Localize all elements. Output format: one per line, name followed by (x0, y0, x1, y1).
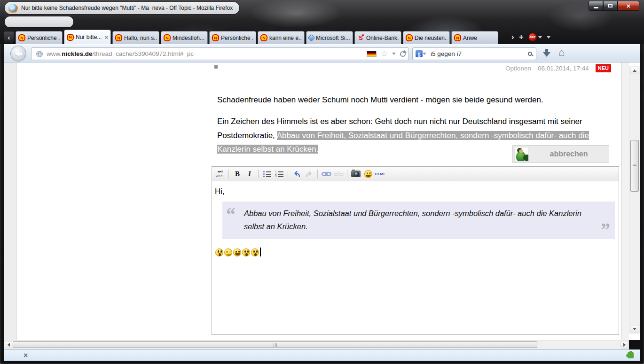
scroll-up-button[interactable] (630, 67, 639, 74)
search-engine-dropdown-icon[interactable] (423, 53, 426, 55)
triangle-left-icon (8, 343, 10, 347)
browser-tab[interactable]: kann eine e... (258, 31, 305, 44)
tab-favicon (67, 34, 74, 41)
menu-item[interactable] (60, 21, 69, 23)
post-options-link[interactable]: Optionen (505, 65, 531, 72)
tab-title: Microsoft Si... (316, 35, 350, 41)
editor-content[interactable]: Hi, “ Abbau von Freiheit, Sozialstaat un… (212, 181, 619, 334)
chevron-left-icon: ‹ (8, 33, 10, 41)
browser-tab[interactable]: Microsoft Si... (306, 31, 353, 44)
site-identity-globe-icon[interactable] (36, 51, 43, 57)
menu-item[interactable] (35, 21, 43, 23)
redo-icon (305, 170, 313, 178)
vertical-scrollbar-thumb[interactable] (630, 140, 639, 192)
scroll-down-button[interactable] (630, 325, 639, 333)
post-area: Optionen 06.01.2014, 17:44 NEU Schadenfr… (212, 62, 619, 340)
tab-favicon (406, 34, 413, 41)
horizontal-scrollbar[interactable] (4, 340, 629, 349)
reload-icon[interactable] (400, 51, 406, 57)
camera-icon (351, 170, 361, 177)
scroll-left-button[interactable] (5, 341, 12, 349)
browser-viewport: Optionen 06.01.2014, 17:44 NEU Schadenfr… (4, 62, 640, 340)
vertical-scrollbar[interactable] (629, 66, 640, 333)
urlbar-dropdown-icon[interactable] (392, 53, 396, 55)
menu-item[interactable] (9, 21, 18, 23)
tabbar-right-controls: › + ABP (511, 31, 550, 43)
scroll-right-button[interactable] (620, 341, 628, 349)
search-input[interactable] (430, 50, 528, 58)
browser-tab[interactable]: Mindestloh... (161, 31, 208, 44)
menu-pill (5, 16, 73, 27)
insert-link-button[interactable] (320, 168, 332, 180)
post-paragraph-1: Schadenfreude haben weder Schumi noch Mu… (217, 93, 607, 107)
italic-button[interactable]: I (243, 168, 256, 180)
tab-list-dropdown-icon[interactable] (547, 36, 550, 39)
titlebar[interactable]: Nur bitte keine Schadensfreude wegen "Mu… (0, 0, 644, 16)
editor-quote-block: “ Abbau von Freiheit, Sozialstaat und Bü… (222, 201, 615, 239)
menu-item[interactable] (52, 21, 60, 23)
tab-title: Mindestloh... (173, 35, 205, 41)
maximize-button[interactable] (603, 1, 618, 11)
inline-smiley-icon (224, 248, 232, 256)
browser-tab[interactable]: Persönliche ... (16, 31, 63, 44)
url-text[interactable]: www.nickles.de/thread_cache/539040972.ht… (47, 50, 367, 57)
downloads-icon[interactable] (543, 49, 551, 58)
toolbar-separator (288, 170, 288, 178)
new-tab-button[interactable]: + (519, 32, 524, 42)
url-bar[interactable]: www.nickles.de/thread_cache/539040972.ht… (31, 47, 409, 60)
minimize-button[interactable] (589, 1, 603, 11)
tab-favicon (212, 34, 219, 41)
firefox-window: Nur bitte keine Schadensfreude wegen "Mu… (0, 0, 644, 364)
numbered-list-icon (275, 170, 283, 177)
search-bar[interactable]: g (412, 47, 536, 60)
bullet-list-button[interactable] (261, 168, 273, 180)
tab-scroll-right-button[interactable]: › (511, 32, 514, 42)
tab-favicon (18, 34, 25, 41)
smiley-icon (364, 170, 372, 178)
text-cursor (260, 248, 261, 256)
tab-title: Die neusten... (415, 35, 447, 41)
link-icon (322, 171, 331, 177)
bookmark-star-icon[interactable]: ☆ (381, 50, 388, 58)
new-badge: NEU (596, 64, 611, 72)
tab-title: Anwe (463, 35, 495, 41)
tab-scroll-left-button[interactable]: ‹ (4, 31, 14, 43)
redo-button[interactable] (303, 168, 315, 180)
bold-button[interactable]: B (231, 168, 243, 180)
tab-close-icon[interactable]: × (104, 34, 108, 40)
browser-tab[interactable]: Anwe (451, 31, 498, 44)
toolbar-separator (317, 170, 318, 178)
remove-link-button[interactable] (332, 168, 345, 180)
insert-image-button[interactable] (350, 168, 362, 180)
adblock-button[interactable]: ABP (528, 33, 542, 41)
browser-tab[interactable]: Online-Bank... (354, 31, 401, 44)
tab-strip: Persönliche ... Nur bitte... × Hallo, nu… (16, 28, 498, 44)
menu-item[interactable] (26, 21, 35, 23)
undo-button[interactable] (291, 168, 303, 180)
unlink-icon (334, 171, 344, 177)
adblock-dropdown-icon[interactable] (538, 36, 542, 39)
back-button[interactable] (10, 46, 26, 62)
search-magnifier-icon[interactable] (528, 52, 532, 56)
home-icon[interactable]: ⌂ (558, 46, 565, 59)
quote-button[interactable]: ZITAT (214, 168, 226, 180)
german-flag-icon[interactable] (367, 51, 377, 57)
browser-tab[interactable]: Persönliche ... (209, 31, 256, 44)
google-search-engine-icon[interactable]: g (416, 50, 423, 57)
menu-item[interactable] (43, 21, 52, 23)
browser-tab[interactable]: Nur bitte... × (64, 30, 111, 44)
browser-tab[interactable]: Die neusten... (403, 31, 450, 44)
addon-puzzle-icon[interactable] (628, 352, 634, 358)
cancel-button[interactable]: abbrechen (512, 145, 609, 163)
browser-tab[interactable]: Hallo, nun s... (112, 31, 159, 44)
insert-smiley-button[interactable] (362, 168, 374, 180)
horizontal-scrollbar-thumb[interactable] (13, 341, 537, 348)
numbered-list-button[interactable] (273, 168, 285, 180)
close-button[interactable]: × (618, 1, 639, 11)
window-title: Nur bitte keine Schadensfreude wegen "Mu… (21, 5, 233, 11)
html-mode-button[interactable]: HTML (374, 168, 386, 180)
maximize-icon (608, 4, 613, 8)
urlbar-icons: ☆ (367, 50, 406, 58)
menu-item[interactable] (18, 21, 26, 23)
addon-bar-close-icon[interactable]: × (24, 351, 28, 360)
